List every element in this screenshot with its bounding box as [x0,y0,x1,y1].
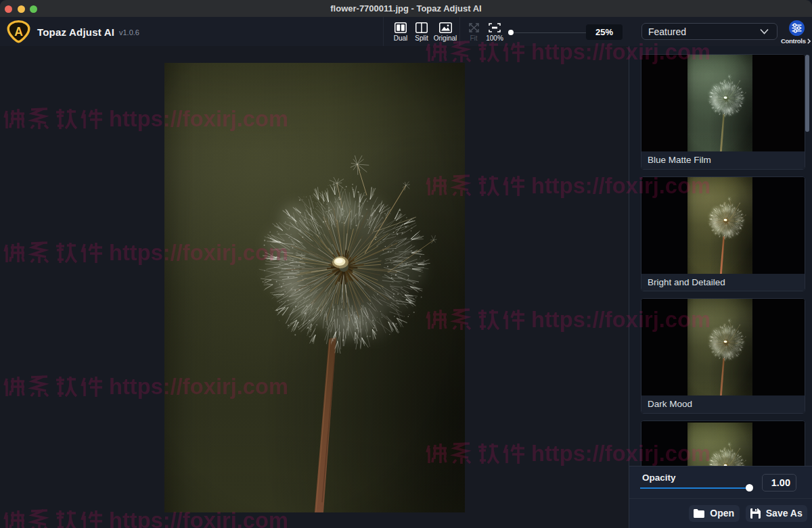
svg-text:A: A [14,25,23,39]
